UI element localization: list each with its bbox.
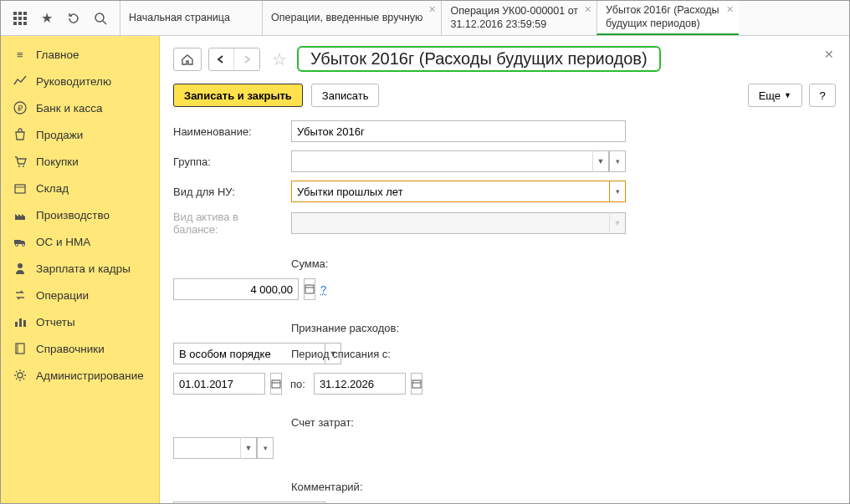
svg-rect-35	[305, 285, 314, 293]
sidebar-item-production[interactable]: Производство	[1, 201, 159, 228]
period-from-input[interactable]	[173, 373, 265, 395]
sidebar-item-label: Руководителю	[36, 75, 111, 88]
factory-icon	[13, 207, 28, 222]
content: ✕ ☆ Убыток 2016г (Расходы будущих период…	[160, 36, 849, 503]
sidebar-item-manager[interactable]: Руководителю	[1, 68, 159, 94]
svg-rect-39	[412, 380, 421, 388]
sidebar: ≡Главное Руководителю ₽Банк и касса Прод…	[1, 36, 160, 503]
bars-icon	[13, 314, 28, 329]
top-icons: ★	[1, 1, 120, 35]
home-button[interactable]	[173, 48, 202, 71]
sidebar-item-label: Банк и касса	[36, 102, 103, 115]
svg-rect-6	[13, 22, 17, 25]
close-icon[interactable]: ✕	[584, 4, 591, 16]
chevron-down-icon[interactable]: ▼	[592, 150, 609, 172]
save-button[interactable]: Записать	[311, 84, 380, 107]
tab-manual-ops[interactable]: Операции, введенные вручную ✕	[262, 1, 441, 35]
vid-nu-input[interactable]	[291, 181, 609, 202]
calculator-icon[interactable]	[304, 278, 315, 300]
sidebar-item-label: Склад	[36, 182, 69, 195]
close-page-icon[interactable]: ✕	[824, 48, 834, 61]
nav-row: ☆ Убыток 2016г (Расходы будущих периодов…	[173, 46, 836, 72]
period-to-input[interactable]	[314, 373, 406, 395]
truck-icon	[13, 234, 28, 249]
comment-input[interactable]	[173, 501, 325, 503]
bag-icon	[13, 127, 28, 142]
tab-label: Операции, введенные вручную	[271, 12, 422, 25]
open-icon[interactable]: ▾	[257, 437, 274, 459]
book-icon	[13, 341, 28, 356]
topbar: ★ Начальная страница Операции, введенные…	[1, 1, 849, 36]
svg-rect-21	[15, 322, 18, 327]
svg-rect-4	[18, 17, 22, 20]
history-icon[interactable]	[66, 11, 81, 26]
sidebar-item-label: Главное	[36, 48, 79, 61]
sidebar-item-label: Операции	[36, 289, 89, 302]
open-icon[interactable]: ▾	[609, 181, 626, 202]
period-to-label: по:	[290, 378, 305, 390]
svg-point-14	[23, 165, 24, 167]
comment-label: Комментарий:	[291, 481, 809, 493]
svg-point-26	[18, 373, 23, 378]
account-input[interactable]	[173, 437, 240, 459]
help-link[interactable]: ?	[320, 283, 326, 296]
sidebar-item-bank[interactable]: ₽Банк и касса	[1, 94, 159, 121]
sidebar-item-reports[interactable]: Отчеты	[1, 308, 159, 335]
sidebar-item-label: Администрирование	[36, 369, 144, 382]
more-label: Еще	[759, 89, 781, 102]
svg-point-18	[16, 244, 18, 247]
tabs: Начальная страница Операции, введенные в…	[120, 1, 849, 35]
favorite-icon[interactable]: ☆	[272, 49, 287, 69]
more-button[interactable]: Еще▼	[748, 84, 802, 107]
chevron-down-icon: ▼	[784, 91, 791, 99]
sidebar-item-salary[interactable]: Зарплата и кадры	[1, 255, 159, 282]
sidebar-item-catalogs[interactable]: Справочники	[1, 335, 159, 362]
help-button[interactable]: ?	[809, 84, 836, 107]
page-title: Убыток 2016г (Расходы будущих периодов)	[297, 46, 661, 72]
star-icon[interactable]: ★	[39, 11, 54, 26]
tab-label: Убыток 2016г (Расходы	[606, 4, 720, 18]
svg-rect-37	[272, 380, 280, 388]
form: Наименование: Группа: ▼ ▾ Вид для НУ: ▾	[173, 120, 809, 503]
svg-rect-1	[18, 12, 22, 15]
back-button[interactable]	[209, 48, 234, 70]
sidebar-item-main[interactable]: ≡Главное	[1, 41, 159, 68]
calendar-icon[interactable]	[411, 373, 422, 395]
calendar-icon[interactable]	[270, 373, 282, 395]
svg-line-32	[23, 379, 25, 380]
svg-point-19	[23, 244, 25, 247]
sidebar-item-assets[interactable]: ОС и НМА	[1, 228, 159, 255]
forward-button[interactable]	[234, 48, 259, 70]
sidebar-item-warehouse[interactable]: Склад	[1, 175, 159, 201]
tab-label: Начальная страница	[129, 12, 243, 25]
sidebar-item-purchases[interactable]: Покупки	[1, 148, 159, 175]
vid-aktiva-input	[291, 212, 609, 234]
transfer-icon	[13, 288, 28, 303]
search-icon[interactable]	[93, 11, 108, 26]
close-icon[interactable]: ✕	[726, 4, 734, 16]
apps-icon[interactable]	[13, 11, 28, 26]
open-icon[interactable]: ▾	[609, 150, 626, 172]
menu-icon: ≡	[13, 47, 28, 62]
save-close-button[interactable]: Записать и закрыть	[173, 84, 303, 107]
sidebar-item-sales[interactable]: Продажи	[1, 121, 159, 148]
svg-line-34	[23, 371, 25, 373]
svg-rect-22	[19, 318, 22, 327]
close-icon[interactable]: ✕	[428, 4, 436, 16]
tab-ubytok[interactable]: Убыток 2016г (Расходы будущих периодов) …	[597, 1, 739, 35]
sidebar-item-operations[interactable]: Операции	[1, 282, 159, 308]
person-icon	[13, 261, 28, 276]
svg-line-31	[16, 371, 18, 373]
summa-input[interactable]	[173, 278, 299, 300]
gear-icon	[13, 368, 28, 383]
svg-point-13	[18, 165, 20, 167]
tab-home[interactable]: Начальная страница	[120, 1, 262, 35]
nav-back-forward	[208, 48, 260, 71]
chevron-down-icon[interactable]: ▼	[240, 437, 257, 459]
tab-operation[interactable]: Операция УК00-000001 от 31.12.2016 23:59…	[441, 1, 597, 35]
sidebar-item-label: Справочники	[36, 343, 105, 355]
sidebar-item-admin[interactable]: Администрирование	[1, 362, 159, 389]
name-input[interactable]	[291, 120, 626, 142]
svg-point-9	[95, 13, 104, 22]
group-input[interactable]	[291, 150, 592, 172]
